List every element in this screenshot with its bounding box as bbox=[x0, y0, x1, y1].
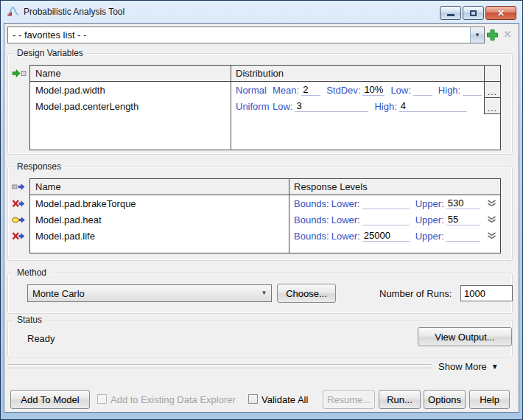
method-group-label: Method bbox=[14, 267, 49, 279]
help-button[interactable]: Help bbox=[469, 390, 510, 409]
distribution-type[interactable]: Normal bbox=[236, 85, 273, 96]
distribution-cell[interactable]: Uniform Low: 3 High: 4 bbox=[231, 100, 500, 112]
upper-label: Upper: bbox=[415, 231, 444, 242]
response-levels-cell[interactable]: Bounds: Lower: 25000 Upper: bbox=[289, 230, 500, 242]
run-button[interactable]: Run... bbox=[379, 390, 421, 409]
dialog-client-area: - - favorites list - - ▼ ✕ Design Variab… bbox=[4, 23, 519, 413]
status-group-label: Status bbox=[14, 315, 45, 326]
delete-favorite-button[interactable]: ✕ bbox=[502, 27, 513, 41]
maximize-button[interactable] bbox=[463, 6, 484, 20]
add-to-explorer-checkbox[interactable] bbox=[97, 394, 107, 404]
response-invalid-icon bbox=[12, 231, 27, 241]
add-to-model-button[interactable]: Add To Model bbox=[10, 390, 90, 409]
more-options-column: ... ... bbox=[484, 66, 500, 114]
design-variables-table: Name Distribution Model.pad.width Normal… bbox=[29, 65, 501, 150]
design-variables-group-label: Design Variables bbox=[14, 48, 86, 59]
lower-field[interactable] bbox=[362, 214, 410, 225]
upper-field[interactable]: 530 bbox=[446, 197, 480, 209]
response-key-icon bbox=[12, 215, 27, 225]
lower-label: Lower: bbox=[331, 214, 360, 225]
response-levels-cell[interactable]: Bounds: Lower: Upper: 55 bbox=[289, 214, 500, 225]
chevron-down-icon: ▼ bbox=[474, 32, 480, 38]
high-field[interactable]: 4 bbox=[399, 100, 467, 112]
distribution-cell[interactable]: Normal Mean: 2 StdDev: 10% Low: High: bbox=[231, 84, 500, 96]
table-row[interactable]: Model.pad.brakeTorque Bounds: Lower: Upp… bbox=[30, 195, 500, 211]
high-label: High: bbox=[438, 85, 460, 96]
upper-field[interactable] bbox=[446, 230, 480, 242]
more-options-button[interactable]: ... bbox=[485, 98, 500, 114]
column-header-response-levels[interactable]: Response Levels bbox=[289, 179, 368, 195]
validate-all-label: Validate All bbox=[262, 394, 308, 405]
low-label: Low: bbox=[273, 101, 292, 112]
lower-field[interactable]: 25000 bbox=[362, 230, 410, 242]
table-row[interactable]: Model.pad.life Bounds: Lower: 25000 Uppe… bbox=[30, 228, 500, 244]
lower-label: Lower: bbox=[331, 198, 360, 209]
show-more-button[interactable]: Show More ▼ bbox=[438, 361, 499, 372]
choose-button[interactable]: Choose... bbox=[277, 284, 336, 303]
low-field[interactable] bbox=[413, 84, 432, 96]
column-header-name[interactable]: Name bbox=[30, 66, 231, 81]
response-name[interactable]: Model.pad.life bbox=[30, 231, 289, 242]
divider bbox=[7, 368, 432, 369]
resume-button: Resume... bbox=[323, 390, 375, 409]
column-separator bbox=[289, 179, 289, 253]
method-dropdown-button[interactable]: ▼ bbox=[257, 285, 271, 301]
method-selected-value: Monte Carlo bbox=[28, 288, 257, 299]
table-row[interactable]: Model.pad.centerLength Uniform Low: 3 Hi… bbox=[30, 98, 500, 114]
validate-all-checkbox[interactable] bbox=[248, 394, 258, 404]
add-design-variable-icon[interactable] bbox=[12, 69, 27, 78]
expand-chevron-icon[interactable] bbox=[487, 200, 496, 207]
close-button[interactable]: ✕ bbox=[485, 6, 516, 20]
responses-header-row[interactable]: Name Response Levels bbox=[30, 179, 500, 195]
close-icon: ✕ bbox=[497, 8, 505, 18]
responses-table: Name Response Levels Model.pad.brakeTorq… bbox=[29, 178, 501, 253]
favorites-dropdown-button[interactable]: ▼ bbox=[470, 27, 484, 43]
lower-label: Lower: bbox=[331, 231, 360, 242]
number-of-runs-label: Number of Runs: bbox=[379, 288, 452, 299]
show-more-arrow-icon: ▼ bbox=[491, 363, 499, 371]
upper-label: Upper: bbox=[415, 198, 444, 209]
stddev-field[interactable]: 10% bbox=[362, 84, 385, 96]
variable-name[interactable]: Model.pad.width bbox=[30, 85, 231, 96]
delete-x-icon: ✕ bbox=[504, 29, 512, 40]
mean-label: Mean: bbox=[273, 85, 299, 96]
high-field[interactable] bbox=[463, 84, 482, 96]
add-response-icon[interactable] bbox=[12, 182, 27, 192]
app-icon bbox=[7, 5, 19, 19]
response-name[interactable]: Model.pad.heat bbox=[30, 214, 289, 225]
mean-field[interactable]: 2 bbox=[301, 84, 320, 96]
table-row[interactable]: Model.pad.width Normal Mean: 2 StdDev: 1… bbox=[30, 82, 500, 98]
favorites-list-value: - - favorites list - - bbox=[8, 29, 470, 41]
number-of-runs-input[interactable] bbox=[460, 285, 513, 301]
show-more-label: Show More bbox=[438, 361, 487, 372]
column-header-distribution[interactable]: Distribution bbox=[231, 66, 284, 81]
low-field[interactable]: 3 bbox=[295, 100, 368, 112]
expand-chevron-icon[interactable] bbox=[487, 232, 496, 239]
lower-field[interactable] bbox=[362, 197, 410, 209]
bounds-label: Bounds: bbox=[294, 214, 329, 225]
response-levels-cell[interactable]: Bounds: Lower: Upper: 530 bbox=[289, 197, 500, 209]
column-header-name[interactable]: Name bbox=[30, 179, 289, 195]
minimize-button[interactable] bbox=[440, 6, 461, 20]
response-name[interactable]: Model.pad.brakeTorque bbox=[30, 198, 289, 209]
options-button[interactable]: Options bbox=[424, 390, 466, 409]
plus-icon bbox=[486, 29, 499, 41]
add-favorite-button[interactable] bbox=[485, 28, 499, 41]
method-select[interactable]: Monte Carlo ▼ bbox=[27, 284, 272, 302]
low-label: Low: bbox=[390, 85, 410, 96]
title-bar[interactable]: Probabilistic Analysis Tool ✕ bbox=[1, 1, 522, 23]
response-invalid-icon bbox=[12, 199, 27, 209]
column-separator bbox=[231, 66, 231, 150]
design-variables-header-row[interactable]: Name Distribution bbox=[30, 66, 500, 82]
bounds-label: Bounds: bbox=[294, 231, 329, 242]
more-options-header-cell bbox=[485, 66, 500, 82]
favorites-list-combobox[interactable]: - - favorites list - - ▼ bbox=[7, 27, 485, 43]
more-options-button[interactable]: ... bbox=[485, 82, 500, 98]
table-row[interactable]: Model.pad.heat Bounds: Lower: Upper: 55 bbox=[30, 211, 500, 228]
distribution-type[interactable]: Uniform bbox=[236, 101, 273, 112]
upper-field[interactable]: 55 bbox=[446, 214, 480, 225]
view-output-button[interactable]: View Output... bbox=[418, 327, 512, 346]
bounds-label: Bounds: bbox=[294, 198, 329, 209]
expand-chevron-icon[interactable] bbox=[487, 216, 496, 223]
variable-name[interactable]: Model.pad.centerLength bbox=[30, 101, 231, 112]
